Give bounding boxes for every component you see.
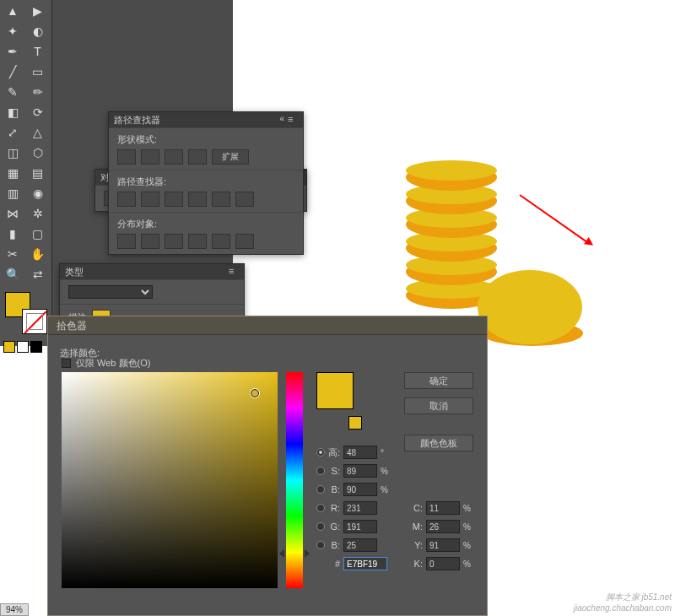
web-only-label: 仅限 Web 颜色(O) (76, 357, 150, 370)
magic-wand-tool[interactable]: ✦ (2, 22, 24, 41)
sat-radio[interactable] (316, 467, 325, 475)
divide-button[interactable] (117, 192, 136, 207)
cancel-button[interactable]: 取消 (404, 397, 473, 414)
sat-input[interactable] (343, 464, 377, 478)
mesh-tool[interactable]: ▤ (27, 164, 49, 182)
hue-input[interactable] (343, 446, 377, 459)
hsb-rgb-fields: 高:° S:% B:% R: G: B: # (316, 443, 391, 573)
g-input[interactable] (343, 520, 377, 533)
crop-button[interactable] (188, 192, 207, 207)
direct-selection-tool[interactable]: ▶ (27, 2, 49, 20)
y-label: Y: (411, 540, 423, 550)
hex-input[interactable] (343, 557, 387, 570)
dist-v-top-button[interactable] (117, 234, 136, 249)
y-input[interactable] (426, 538, 460, 552)
panel-tab[interactable]: 路径查找器 « ≡ (109, 112, 303, 127)
width-tool[interactable]: △ (27, 123, 49, 142)
perspective-grid-tool[interactable]: ▦ (2, 164, 24, 182)
unite-button[interactable] (117, 149, 136, 165)
pct-suffix: % (381, 467, 391, 476)
hand-tool[interactable]: ✋ (27, 245, 49, 263)
panel-menu-icon[interactable]: ≡ (288, 114, 300, 126)
intersect-button[interactable] (165, 149, 183, 165)
blend-tool[interactable]: ⋈ (2, 204, 24, 223)
lasso-tool[interactable]: ◐ (27, 22, 49, 41)
selection-tool[interactable]: ▲ (2, 2, 24, 20)
minus-front-button[interactable] (141, 149, 159, 165)
shape-builder-tool[interactable]: ⬡ (27, 143, 49, 162)
hue-radio[interactable] (316, 448, 325, 457)
pathfinder-title: 路径查找器 (114, 114, 160, 127)
line-tool[interactable]: ╱ (2, 62, 24, 81)
m-input[interactable] (426, 520, 460, 533)
panel-menu-icon[interactable]: ≡ (229, 266, 240, 278)
pathfinders-label: 路径查找器: (117, 176, 294, 188)
shape-modes-label: 形状模式: (117, 133, 294, 146)
eraser-tool[interactable]: ◧ (2, 103, 24, 122)
slice-tool[interactable]: ✂ (2, 245, 24, 263)
r-input[interactable] (343, 501, 377, 515)
c-input[interactable] (426, 501, 460, 515)
dist-h-left-button[interactable] (188, 234, 207, 249)
mini-swatch[interactable] (3, 341, 15, 353)
bri-input[interactable] (343, 483, 377, 496)
outline-button[interactable] (212, 192, 230, 207)
pct-suffix: % (381, 485, 391, 494)
web-only-row: 仅限 Web 颜色(O) (62, 357, 150, 370)
deg-suffix: ° (381, 448, 391, 457)
b-radio[interactable] (316, 541, 325, 549)
gradient-tool[interactable]: ▥ (2, 184, 24, 203)
dist-h-right-button[interactable] (235, 234, 254, 249)
dist-h-center-button[interactable] (212, 234, 230, 249)
mini-swatch[interactable] (17, 341, 29, 353)
rectangle-tool[interactable]: ▭ (27, 62, 49, 81)
web-only-checkbox[interactable] (62, 359, 71, 368)
b-input[interactable] (343, 538, 377, 552)
stroke-swatch[interactable] (22, 309, 47, 334)
merge-button[interactable] (165, 192, 183, 207)
g-radio[interactable] (316, 522, 325, 531)
appearance-tab[interactable]: 类型 ≡ (60, 264, 244, 279)
fill-stroke-swatch[interactable] (2, 289, 50, 339)
pencil-tool[interactable]: ✏ (27, 83, 49, 101)
dist-v-bottom-button[interactable] (165, 234, 183, 249)
mini-swatch[interactable] (30, 341, 42, 353)
brush-tool[interactable]: ✎ (2, 83, 24, 101)
zoom-level[interactable]: 94% (0, 603, 29, 616)
ok-button[interactable]: 确定 (404, 372, 473, 389)
color-swatches-button[interactable]: 颜色色板 (404, 435, 473, 451)
c-label: C: (411, 503, 423, 513)
trim-button[interactable] (141, 192, 159, 207)
symbol-sprayer-tool[interactable]: ✲ (27, 204, 49, 223)
color-picker-title[interactable]: 拾色器 (48, 316, 487, 335)
exclude-button[interactable] (188, 149, 207, 165)
free-transform-tool[interactable]: ◫ (2, 143, 24, 162)
rotate-tool[interactable]: ⟳ (27, 103, 49, 122)
k-label: K: (411, 559, 423, 569)
expand-button[interactable]: 扩展 (212, 149, 249, 165)
k-input[interactable] (426, 557, 460, 570)
type-dropdown[interactable] (68, 285, 153, 299)
scale-tool[interactable]: ⤢ (2, 123, 24, 142)
g-label: G: (328, 521, 340, 532)
m-label: M: (411, 521, 423, 532)
panel-collapse-icon[interactable]: « (279, 114, 284, 123)
watermark: 脚本之家 jb51.net jiaocheng.chachaban.com (574, 592, 672, 613)
artboard-tool[interactable]: ▢ (27, 224, 49, 243)
pen-tool[interactable]: ✒ (2, 42, 24, 61)
type-tool[interactable]: T (27, 42, 49, 61)
distribute-label: 分布对象: (117, 218, 294, 230)
b-label: B: (328, 484, 340, 494)
fill-stroke-toggle[interactable]: ⇄ (27, 265, 49, 284)
dist-v-center-button[interactable] (141, 234, 159, 249)
saturation-value-field[interactable] (62, 372, 278, 588)
column-graph-tool[interactable]: ▮ (2, 224, 24, 243)
r-radio[interactable] (316, 504, 325, 512)
sv-cursor[interactable] (251, 389, 259, 397)
hue-slider[interactable] (283, 549, 306, 554)
minus-back-button[interactable] (235, 192, 254, 207)
eyedropper-tool[interactable]: ◉ (27, 184, 49, 203)
zoom-tool[interactable]: 🔍 (2, 265, 24, 284)
bri-radio[interactable] (316, 485, 325, 494)
hue-strip[interactable] (286, 372, 303, 588)
